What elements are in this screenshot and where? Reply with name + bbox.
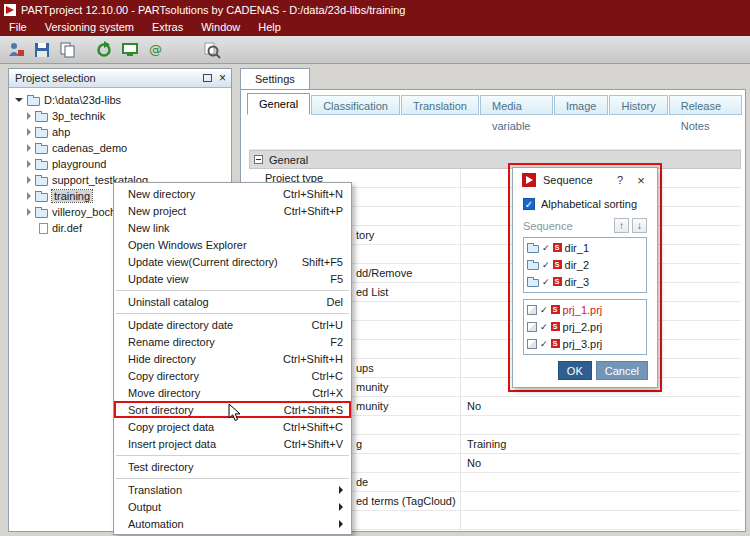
project-user-icon[interactable] — [4, 38, 28, 62]
folder-icon — [35, 209, 48, 218]
sequence-list-header: Sequence ↑ ↓ — [523, 217, 647, 234]
tab-settings[interactable]: Settings — [240, 68, 310, 89]
menu-item-new-link[interactable]: New link — [114, 219, 351, 236]
close-button[interactable]: × — [634, 173, 648, 188]
tree-item-cadenas-demo[interactable]: cadenas_demo — [9, 140, 231, 156]
expand-open-icon[interactable] — [15, 98, 23, 102]
menu-item-open-windows-explorer[interactable]: Open Windows Explorer — [114, 236, 351, 253]
tree-item-label: villeroy_boch — [52, 206, 116, 218]
tab-translation[interactable]: Translation — [401, 95, 479, 115]
save-icon[interactable] — [30, 38, 54, 62]
list-item-prj-1[interactable]: ✓ S prj_1.prj — [524, 301, 646, 318]
float-panel-icon[interactable] — [203, 74, 212, 82]
checkbox-checked-icon[interactable]: ✓ — [523, 198, 535, 210]
alphabetical-sorting-checkbox[interactable]: ✓ Alphabetical sorting — [523, 195, 647, 213]
menu-item-test-directory[interactable]: Test directory — [114, 458, 351, 475]
part-cube-icon — [527, 322, 537, 332]
menu-item-uninstall-catalog[interactable]: Uninstall catalogDel — [114, 293, 351, 310]
monitor-green-icon[interactable] — [118, 38, 142, 62]
project-list: ✓ S prj_1.prj ✓ S prj_2.prj ✓ S prj_3.pr… — [523, 299, 647, 355]
tab-history[interactable]: History — [609, 95, 667, 115]
menu-item-translation[interactable]: Translation — [114, 481, 351, 498]
tab-general[interactable]: General — [247, 93, 310, 115]
tree-item-playground[interactable]: playground — [9, 156, 231, 172]
move-down-button[interactable]: ↓ — [632, 218, 647, 233]
refresh-green-icon[interactable] — [92, 38, 116, 62]
menu-extras[interactable]: Extras — [143, 19, 192, 36]
menu-window[interactable]: Window — [192, 19, 249, 36]
close-panel-icon[interactable]: × — [219, 73, 226, 83]
folder-icon — [27, 97, 40, 106]
status-badge-icon: S — [553, 260, 562, 269]
menu-item-output[interactable]: Output — [114, 498, 351, 515]
list-item-dir-2[interactable]: ✓ S dir_2 — [524, 256, 646, 273]
check-icon: ✓ — [540, 339, 548, 349]
list-item-dir-3[interactable]: ✓ S dir_3 — [524, 273, 646, 290]
menu-item-insert-project-data[interactable]: Insert project dataCtrl+Shift+V — [114, 435, 351, 452]
check-icon: ✓ — [542, 260, 550, 270]
svg-text:@: @ — [149, 42, 162, 57]
part-cube-icon — [527, 339, 537, 349]
menu-item-update-view[interactable]: Update viewF5 — [114, 270, 351, 287]
menu-item-new-directory[interactable]: New directoryCtrl+Shift+N — [114, 185, 351, 202]
tree-item-label: ahp — [52, 126, 70, 138]
checkbox-label: Alphabetical sorting — [541, 198, 637, 210]
app-icon — [4, 4, 16, 16]
tree-item-3p-technik[interactable]: 3p_technik — [9, 108, 231, 124]
submenu-arrow-icon — [339, 520, 343, 528]
list-item-dir-1[interactable]: ✓ S dir_1 — [524, 239, 646, 256]
folder-icon — [35, 113, 48, 122]
menu-item-update-directory-date[interactable]: Update directory dateCtrl+U — [114, 316, 351, 333]
expand-closed-icon[interactable] — [27, 176, 31, 184]
expand-closed-icon[interactable] — [27, 160, 31, 168]
tab-image[interactable]: Image — [554, 95, 609, 115]
dialog-titlebar: Sequence ? × — [513, 168, 657, 192]
folder-icon — [35, 145, 48, 154]
status-badge-icon: S — [551, 305, 560, 314]
tree-item-root[interactable]: D:\data\23d-libs — [9, 92, 231, 108]
collapse-icon[interactable] — [254, 155, 263, 164]
menu-item-update-view-current-directory[interactable]: Update view(Current directory)Shift+F5 — [114, 253, 351, 270]
move-up-button[interactable]: ↑ — [614, 218, 629, 233]
expand-closed-icon[interactable] — [27, 128, 31, 136]
cancel-button[interactable]: Cancel — [596, 361, 648, 380]
menu-help[interactable]: Help — [249, 19, 290, 36]
panel-title: Project selection — [15, 72, 96, 84]
title-bar: PARTproject 12.10.00 - PARTsolutions by … — [0, 0, 750, 19]
tree-item-label: dir.def — [52, 222, 82, 234]
status-badge-icon: S — [553, 277, 562, 286]
menu-versioning-system[interactable]: Versioning system — [36, 19, 143, 36]
menu-bar: File Versioning system Extras Window Hel… — [0, 19, 750, 36]
tab-release-notes[interactable]: Release Notes — [669, 95, 742, 115]
web-green-icon[interactable]: @ — [144, 38, 168, 62]
status-badge-icon: S — [551, 339, 560, 348]
menu-item-automation[interactable]: Automation — [114, 515, 351, 532]
expand-closed-icon[interactable] — [27, 112, 31, 120]
expand-closed-icon[interactable] — [27, 144, 31, 152]
list-item-prj-2[interactable]: ✓ S prj_2.prj — [524, 318, 646, 335]
menu-file[interactable]: File — [0, 19, 36, 36]
settings-section-general[interactable]: General — [249, 150, 741, 169]
help-button[interactable]: ? — [613, 174, 627, 186]
copy-icon[interactable] — [56, 38, 80, 62]
menu-item-hide-directory[interactable]: Hide directoryCtrl+Shift+H — [114, 350, 351, 367]
check-icon: ✓ — [540, 322, 548, 332]
expand-closed-icon[interactable] — [27, 192, 31, 200]
folder-icon — [527, 245, 539, 253]
mouse-cursor — [228, 403, 242, 425]
tree-item-ahp[interactable]: ahp — [9, 124, 231, 140]
status-badge-icon: S — [551, 322, 560, 331]
tab-classification[interactable]: Classification — [311, 95, 400, 115]
menu-item-new-project[interactable]: New projectCtrl+Shift+P — [114, 202, 351, 219]
settings-tabbar: General Classification Translation Media… — [247, 92, 743, 115]
menu-item-move-directory[interactable]: Move directoryCtrl+X — [114, 384, 351, 401]
menu-item-copy-directory[interactable]: Copy directoryCtrl+C — [114, 367, 351, 384]
menu-item-rename-directory[interactable]: Rename directoryF2 — [114, 333, 351, 350]
status-badge-icon: S — [553, 243, 562, 252]
tab-media-variable[interactable]: Media variable — [480, 95, 553, 115]
expand-closed-icon[interactable] — [27, 208, 31, 216]
list-item-prj-3[interactable]: ✓ S prj_3.prj — [524, 335, 646, 352]
ok-button[interactable]: OK — [558, 361, 592, 380]
search-icon[interactable] — [200, 38, 224, 62]
submenu-arrow-icon — [339, 486, 343, 494]
